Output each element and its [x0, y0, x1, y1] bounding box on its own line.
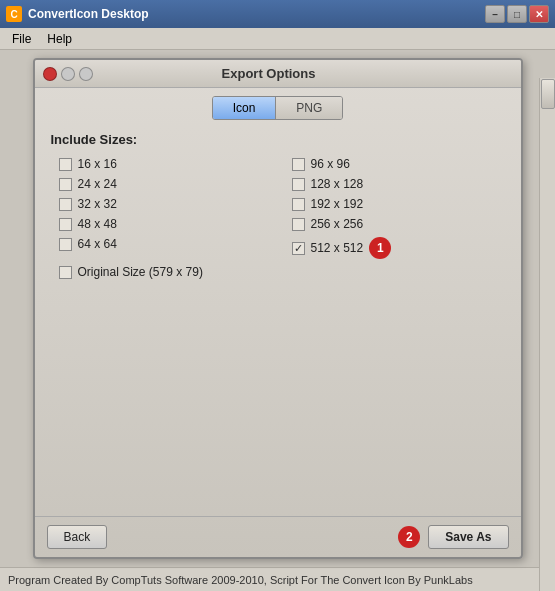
tab-png[interactable]: PNG: [276, 97, 342, 119]
footer-right: 2 Save As: [398, 525, 508, 549]
traffic-lights: [43, 67, 93, 81]
label-192x192: 192 x 192: [311, 197, 364, 211]
checkbox-256x256[interactable]: [292, 218, 305, 231]
export-options-dialog: Export Options Icon PNG Include Sizes: 1…: [33, 58, 523, 559]
size-row-64: 64 x 64: [59, 237, 272, 251]
checkbox-16x16[interactable]: [59, 158, 72, 171]
checkbox-512x512[interactable]: [292, 242, 305, 255]
dialog-titlebar: Export Options: [35, 60, 521, 88]
label-96x96: 96 x 96: [311, 157, 350, 171]
status-bar: Program Created By CompTuts Software 200…: [0, 567, 555, 591]
menu-help[interactable]: Help: [39, 30, 80, 48]
label-64x64: 64 x 64: [78, 237, 117, 251]
sizes-grid: 16 x 16 24 x 24 32 x 32 48 x 48: [59, 157, 505, 259]
close-button[interactable]: ✕: [529, 5, 549, 23]
app-icon: C: [6, 6, 22, 22]
checkbox-24x24[interactable]: [59, 178, 72, 191]
status-text: Program Created By CompTuts Software 200…: [8, 574, 473, 586]
scrollbar[interactable]: [539, 78, 555, 591]
label-128x128: 128 x 128: [311, 177, 364, 191]
traffic-yellow[interactable]: [61, 67, 75, 81]
include-sizes-label: Include Sizes:: [51, 132, 505, 147]
menu-file[interactable]: File: [4, 30, 39, 48]
label-original: Original Size (579 x 79): [78, 265, 203, 279]
traffic-green[interactable]: [79, 67, 93, 81]
label-24x24: 24 x 24: [78, 177, 117, 191]
checkbox-64x64[interactable]: [59, 238, 72, 251]
dialog-title: Export Options: [105, 66, 433, 81]
title-bar: C ConvertIcon Desktop – □ ✕: [0, 0, 555, 28]
label-16x16: 16 x 16: [78, 157, 117, 171]
label-48x48: 48 x 48: [78, 217, 117, 231]
save-as-button[interactable]: Save As: [428, 525, 508, 549]
label-256x256: 256 x 256: [311, 217, 364, 231]
back-button[interactable]: Back: [47, 525, 108, 549]
menu-bar: File Help: [0, 28, 555, 50]
size-row-128: 128 x 128: [292, 177, 505, 191]
minimize-button[interactable]: –: [485, 5, 505, 23]
checkbox-192x192[interactable]: [292, 198, 305, 211]
checkbox-original[interactable]: [59, 266, 72, 279]
size-row-48: 48 x 48: [59, 217, 272, 231]
size-row-256: 256 x 256: [292, 217, 505, 231]
badge-save: 2: [398, 526, 420, 548]
tab-icon[interactable]: Icon: [213, 97, 277, 119]
size-row-192: 192 x 192: [292, 197, 505, 211]
dialog-footer: Back 2 Save As: [35, 516, 521, 557]
checkbox-96x96[interactable]: [292, 158, 305, 171]
scrollbar-thumb[interactable]: [541, 79, 555, 109]
checkbox-32x32[interactable]: [59, 198, 72, 211]
label-32x32: 32 x 32: [78, 197, 117, 211]
maximize-button[interactable]: □: [507, 5, 527, 23]
tab-group: Icon PNG: [212, 96, 344, 120]
size-row-24: 24 x 24: [59, 177, 272, 191]
traffic-red[interactable]: [43, 67, 57, 81]
tab-area: Icon PNG: [35, 88, 521, 124]
main-content: Export Options Icon PNG Include Sizes: 1…: [0, 50, 555, 567]
badge-512: 1: [369, 237, 391, 259]
checkbox-128x128[interactable]: [292, 178, 305, 191]
size-row-16: 16 x 16: [59, 157, 272, 171]
size-row-96: 96 x 96: [292, 157, 505, 171]
app-title: ConvertIcon Desktop: [28, 7, 485, 21]
size-row-512: 512 x 512 1: [292, 237, 505, 259]
window-controls: – □ ✕: [485, 5, 549, 23]
size-row-32: 32 x 32: [59, 197, 272, 211]
label-512x512: 512 x 512: [311, 241, 364, 255]
checkbox-48x48[interactable]: [59, 218, 72, 231]
original-size-row: Original Size (579 x 79): [59, 265, 505, 279]
dialog-body: Include Sizes: 16 x 16 24 x 24 32 x 32: [35, 124, 521, 516]
